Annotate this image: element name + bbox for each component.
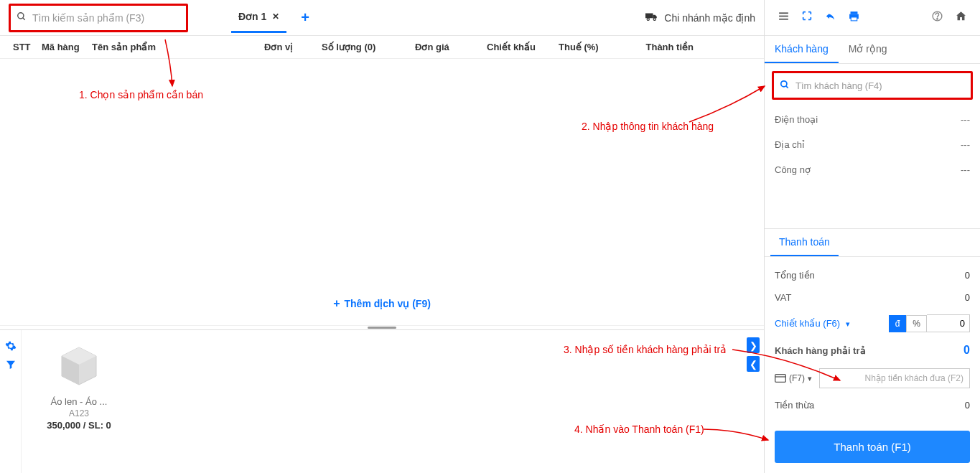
svg-line-1 — [23, 18, 25, 20]
search-icon — [17, 11, 27, 24]
vat-row: VAT 0 — [775, 286, 970, 309]
products-next-icon[interactable]: ❯ — [747, 337, 760, 353]
tab-payment[interactable]: Thanh toán — [770, 229, 839, 256]
chevron-down-icon: ▾ — [808, 374, 812, 383]
customer-phone-row: Điện thoại --- — [775, 107, 970, 132]
vat-label: VAT — [775, 292, 791, 303]
product-card[interactable]: Áo len - Áo ... A123 350,000 / SL: 0 — [43, 343, 115, 431]
col-stt: STT — [9, 42, 37, 52]
tab-customer[interactable]: Khách hàng — [765, 36, 839, 63]
amount-due-row: Khách hàng phải trả 0 — [775, 338, 970, 362]
svg-point-3 — [647, 18, 649, 20]
debt-label: Công nợ — [775, 164, 811, 175]
discount-currency-button[interactable]: đ — [889, 315, 907, 332]
menu-icon[interactable] — [778, 10, 790, 26]
product-code: A123 — [43, 408, 115, 418]
col-ck: Chiết khấu — [482, 42, 554, 52]
checkout-button[interactable]: Thanh toán (F1) — [775, 431, 970, 463]
total-row: Tổng tiền 0 — [775, 264, 970, 286]
total-label: Tổng tiền — [775, 270, 815, 281]
discount-percent-button[interactable]: % — [906, 315, 927, 332]
col-ten: Tên sản phẩm — [88, 42, 260, 52]
svg-point-0 — [18, 13, 24, 19]
order-items-body: + Thêm dịch vụ (F9) — [0, 59, 764, 325]
products-prev-icon[interactable]: ❮ — [747, 356, 760, 372]
svg-rect-2 — [645, 14, 653, 19]
chevron-down-icon: ▾ — [846, 319, 850, 328]
branch-label: Chi nhánh mặc định — [664, 12, 755, 24]
add-service-label: Thêm dịch vụ (F9) — [344, 298, 430, 309]
col-dv: Đơn vị — [260, 42, 317, 52]
svg-rect-8 — [851, 11, 858, 14]
product-price: 350,000 / SL: 0 — [43, 420, 115, 431]
add-service-button[interactable]: + Thêm dịch vụ (F9) — [333, 297, 431, 310]
svg-point-13 — [781, 80, 787, 86]
help-icon[interactable] — [931, 10, 943, 26]
discount-row: Chiết khấu (F6) ▾ đ % — [775, 309, 970, 338]
svg-point-12 — [937, 18, 938, 19]
product-name: Áo len - Áo ... — [43, 396, 115, 407]
tab-more[interactable]: Mở rộng — [839, 36, 897, 63]
phone-label: Điện thoại — [775, 114, 818, 125]
cash-received-input[interactable] — [819, 368, 970, 388]
close-tab-icon[interactable]: ✕ — [272, 11, 279, 22]
svg-rect-15 — [775, 375, 786, 383]
col-tt: Thành tiền — [619, 42, 698, 52]
address-value: --- — [961, 139, 970, 150]
col-dg: Đơn giá — [411, 42, 482, 52]
change-value: 0 — [965, 400, 970, 411]
change-row: Tiền thừa 0 — [775, 394, 970, 416]
table-header: STT Mã hàng Tên sản phẩm Đơn vị Số lượng… — [0, 36, 764, 59]
total-value: 0 — [965, 270, 970, 281]
search-icon — [780, 80, 790, 92]
settings-icon[interactable] — [0, 340, 21, 355]
fullscreen-icon[interactable] — [801, 10, 813, 25]
print-icon[interactable] — [848, 10, 860, 26]
svg-line-14 — [786, 85, 788, 88]
svg-rect-10 — [851, 17, 857, 20]
plus-icon: + — [333, 297, 340, 310]
vat-value: 0 — [965, 292, 970, 303]
order-tab[interactable]: Đơn 1 ✕ — [231, 2, 286, 33]
truck-icon — [645, 11, 658, 24]
undo-icon[interactable] — [824, 10, 836, 26]
discount-label[interactable]: Chiết khấu (F6) ▾ — [775, 318, 850, 329]
col-sl: Số lượng (0) — [317, 42, 411, 52]
due-label: Khách hàng phải trả — [775, 345, 866, 356]
product-search-input[interactable] — [32, 12, 180, 24]
customer-address-row: Địa chỉ --- — [775, 132, 970, 157]
change-label: Tiền thừa — [775, 400, 814, 411]
due-value: 0 — [963, 344, 970, 357]
col-ma: Mã hàng — [37, 42, 88, 52]
customer-search-wrap[interactable] — [772, 71, 973, 100]
filter-icon[interactable] — [0, 359, 21, 373]
customer-debt-row: Công nợ --- — [775, 157, 970, 182]
col-thue: Thuế (%) — [554, 42, 619, 52]
svg-point-4 — [653, 18, 655, 20]
order-tab-label: Đơn 1 — [238, 11, 266, 22]
branch-selector[interactable]: Chi nhánh mặc định — [645, 11, 755, 24]
discount-input[interactable] — [927, 314, 970, 332]
payment-method-selector[interactable]: (F7) ▾ — [775, 373, 812, 383]
product-search-wrap[interactable] — [9, 4, 188, 32]
phone-value: --- — [961, 114, 970, 125]
home-icon[interactable] — [955, 10, 967, 26]
debt-value: --- — [961, 164, 970, 175]
customer-search-input[interactable] — [795, 80, 965, 91]
address-label: Địa chỉ — [775, 139, 805, 150]
product-image-placeholder — [56, 343, 102, 389]
add-tab-button[interactable]: + — [301, 9, 309, 26]
